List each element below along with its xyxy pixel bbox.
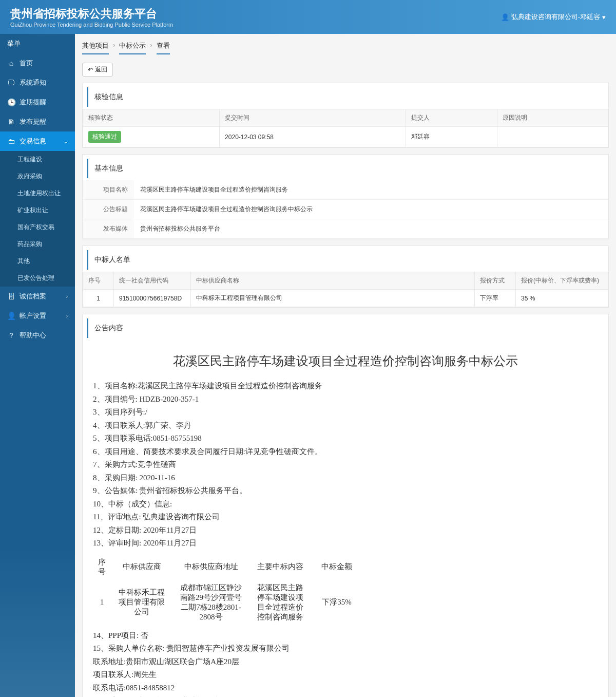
panel-title: 基本信息 (87, 159, 604, 178)
notice-line: 13、评审时间: 2020年11月27日 (93, 537, 598, 550)
person-icon: 👤 (7, 312, 15, 320)
verify-th: 核验状态 (83, 109, 220, 127)
home-icon: ⌂ (7, 59, 15, 67)
panel-title: 中标人名单 (87, 250, 604, 270)
sidebar-item[interactable]: 🗄诚信档案› (0, 287, 75, 306)
notice-line: 3、项目序列号:/ (93, 406, 598, 419)
chevron-icon: › (66, 313, 68, 319)
notice-line: 11、评审地点: 弘典建设咨询有限公司 (93, 511, 598, 524)
verify-th: 提交时间 (220, 109, 406, 127)
kv-row: 项目名称花溪区民主路停车场建设项目全过程造价控制咨询服务 (83, 180, 608, 200)
sidebar-subitem[interactable]: 已发公告处理 (0, 270, 75, 287)
notice-content: 花溪区民主路停车场建设项目全过程造价控制咨询服务中标公示 1、项目名称:花溪区民… (83, 340, 608, 697)
notice-line: 1、项目名称:花溪区民主路停车场建设项目全过程造价控制咨询服务 (93, 380, 598, 393)
notice-line: 6、项目用途、简要技术要求及合同履行日期:详见竞争性磋商文件。 (93, 445, 598, 459)
sidebar-subitem[interactable]: 政府采购 (0, 168, 75, 185)
sidebar-subitem[interactable]: 其他 (0, 253, 75, 270)
notice-line: 10、中标（成交）信息: (93, 498, 598, 511)
sidebar-item[interactable]: 👤帐户设置› (0, 306, 75, 326)
sidebar-item[interactable]: 🕒逾期提醒 (0, 92, 75, 112)
chevron-icon: › (66, 294, 68, 299)
inner-th: 中标金额 (311, 554, 362, 580)
winners-panel: 中标人名单 序号 统一社会信用代码 中标供应商名称 报价方式 报价(中标价、下浮… (82, 246, 609, 308)
winner-method: 下浮率 (475, 290, 516, 307)
sidebar-item-label: 帮助中心 (20, 331, 46, 340)
notice-inner-table: 序号 中标供应商 中标供应商地址 主要中标内容 中标金额 1 中科标禾工程项目管… (93, 554, 362, 625)
help-icon: ? (7, 331, 15, 340)
sidebar: 菜单 ⌂首页🖵系统通知🕒逾期提醒🗎发布提醒🗀交易信息⌄工程建设政府采购土地使用权… (0, 34, 75, 697)
table-row: 1 91510000756619758D 中科标禾工程项目管理有限公司 下浮率 … (83, 290, 608, 307)
notice-line: 15、采购人单位名称: 贵阳智慧停车产业投资发展有限公司 (93, 642, 598, 655)
main-content: 其他项目 › 中标公示 › 查看 ↶ 返回 核验信息 核验状态 提交时间 提交人… (75, 34, 616, 697)
sidebar-item-label: 逾期提醒 (20, 98, 46, 107)
user-icon: 👤 (501, 13, 509, 21)
breadcrumb-item[interactable]: 其他项目 (82, 41, 109, 54)
inner-th: 主要中标内容 (249, 554, 311, 580)
notice-line: 联系电话:0851-84858812 (93, 682, 598, 695)
notice-line: 7、采购方式:竞争性磋商 (93, 458, 598, 472)
verify-th: 提交人 (406, 109, 497, 127)
app-title-en: GuiZhou Province Tendering and Bidding P… (10, 22, 173, 28)
verify-status: 核验通过 (83, 127, 220, 147)
notice-line: 项目联系人:周先生 (93, 668, 598, 682)
winner-idx: 1 (83, 290, 114, 307)
inner-idx: 1 (93, 580, 111, 625)
sidebar-item[interactable]: ?帮助中心 (0, 326, 75, 345)
breadcrumb: 其他项目 › 中标公示 › 查看 (82, 41, 609, 58)
inner-th: 中标供应商地址 (172, 554, 249, 580)
status-badge: 核验通过 (88, 131, 121, 143)
sidebar-item-label: 帐户设置 (20, 311, 46, 321)
sidebar-subitem[interactable]: 矿业权出让 (0, 202, 75, 219)
winners-table: 序号 统一社会信用代码 中标供应商名称 报价方式 报价(中标价、下浮率或费率) … (83, 272, 608, 307)
header-user[interactable]: 👤 弘典建设咨询有限公司-邓廷容 ▾ (501, 12, 606, 22)
sidebar-item-label: 交易信息 (20, 137, 46, 146)
back-button-label: 返回 (95, 65, 107, 74)
breadcrumb-sep: › (150, 41, 152, 54)
inner-addr: 成都市锦江区静沙南路29号沙河壹号二期7栋28楼2801-2808号 (172, 580, 249, 625)
verify-panel: 核验信息 核验状态 提交时间 提交人 原因说明 核验通过 2020-12-03 … (82, 83, 609, 148)
notice-line: 9、公告媒体: 贵州省招标投标公共服务平台。 (93, 484, 598, 498)
sidebar-subitem[interactable]: 土地使用权出让 (0, 185, 75, 202)
sidebar-subitem[interactable]: 国有产权交易 (0, 219, 75, 236)
sidebar-item-label: 系统通知 (20, 78, 46, 87)
inner-amount: 下浮35% (311, 580, 362, 625)
sidebar-item[interactable]: ⌂首页 (0, 53, 75, 73)
winner-name: 中科标禾工程项目管理有限公司 (191, 290, 475, 307)
sidebar-item[interactable]: 🗀交易信息⌄ (0, 131, 75, 151)
panel-title: 公告内容 (87, 318, 604, 338)
winner-code: 91510000756619758D (114, 290, 191, 307)
winners-th: 序号 (83, 272, 114, 290)
sidebar-subitem[interactable]: 药品采购 (0, 236, 75, 253)
sidebar-item[interactable]: 🖵系统通知 (0, 73, 75, 92)
doc-icon: 🗎 (7, 118, 15, 126)
kv-label: 发布媒体 (83, 219, 134, 238)
clock-icon: 🕒 (7, 98, 15, 106)
verify-time: 2020-12-03 09:58 (220, 127, 406, 147)
header-left: 贵州省招标投标公共服务平台 GuiZhou Province Tendering… (10, 6, 173, 28)
sidebar-subitem[interactable]: 工程建设 (0, 151, 75, 168)
winners-th: 统一社会信用代码 (114, 272, 191, 290)
sidebar-item[interactable]: 🗎发布提醒 (0, 112, 75, 131)
menu-header: 菜单 (0, 34, 75, 53)
kv-row: 发布媒体贵州省招标投标公共服务平台 (83, 219, 608, 239)
notice-line: 16、采购代理机构全称: 弘典建设咨询有限公司 (93, 694, 598, 697)
notice-line: 14、PPP项目: 否 (93, 629, 598, 643)
winner-price: 35 % (516, 290, 608, 307)
winners-th: 中标供应商名称 (191, 272, 475, 290)
user-name: 弘典建设咨询有限公司-邓廷容 (511, 12, 600, 22)
table-row: 1 中科标禾工程项目管理有限公司 成都市锦江区静沙南路29号沙河壹号二期7栋28… (93, 580, 362, 625)
back-button[interactable]: ↶ 返回 (82, 63, 113, 77)
sidebar-item-label: 发布提醒 (20, 117, 46, 126)
notice-line: 2、项目编号: HDZB-2020-357-1 (93, 393, 598, 406)
breadcrumb-item[interactable]: 中标公示 (119, 41, 146, 54)
inner-supplier: 中科标禾工程项目管理有限公司 (111, 580, 172, 625)
kv-value: 花溪区民主路停车场建设项目全过程造价控制咨询服务 (134, 180, 608, 199)
notice-line: 联系地址:贵阳市观山湖区联合广场A座20层 (93, 655, 598, 669)
notice-line: 8、采购日期: 2020-11-16 (93, 472, 598, 485)
sidebar-item-label: 首页 (20, 59, 33, 68)
breadcrumb-item: 查看 (157, 41, 170, 54)
sidebar-item-label: 诚信档案 (20, 292, 46, 301)
notice-panel: 公告内容 花溪区民主路停车场建设项目全过程造价控制咨询服务中标公示 1、项目名称… (82, 314, 609, 697)
verify-th: 原因说明 (497, 109, 608, 127)
kv-row: 公告标题花溪区民主路停车场建设项目全过程造价控制咨询服务中标公示 (83, 200, 608, 219)
